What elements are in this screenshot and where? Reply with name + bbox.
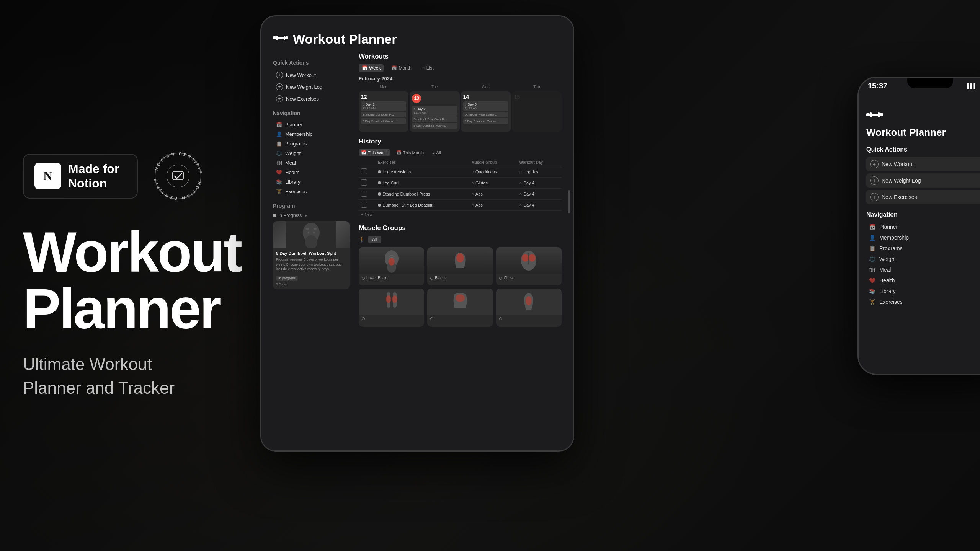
workouts-section: Workouts 📅 Week 📅 Month (359, 53, 562, 132)
shoulders-dot (430, 317, 433, 320)
phone-sidebar-item-library[interactable]: 📚 Library (866, 286, 980, 296)
programs-label: Programs (285, 141, 307, 147)
svg-point-24 (386, 295, 391, 303)
phone-dumbbell-icon (866, 108, 980, 124)
program-status-badge: In progress (276, 276, 298, 281)
meal-label: Meal (285, 160, 296, 166)
filter-all-button[interactable]: All (368, 236, 381, 243)
exercise-name: Leg Curl (376, 178, 469, 189)
scroll-indicator (568, 190, 570, 213)
phone-library-icon: 📚 (869, 288, 875, 294)
program-card-image (273, 221, 350, 248)
phone-navigation-section: Navigation 📅 Planner 👤 Membership 📋 Prog… (866, 211, 980, 307)
notion-icon: N (34, 163, 61, 189)
cal-event-5day-2: 5 Day Dumbbell Worko... (412, 123, 457, 129)
history-tab-month[interactable]: 📅 This Month (394, 149, 426, 156)
program-card-title: 5 Day Dumbbell Workout Split (276, 251, 346, 256)
history-table: Exercises Muscle Group Workout Day Leg e… (359, 159, 562, 211)
add-row-button[interactable]: + New (359, 211, 562, 218)
muscle-card-chest[interactable]: Chest (496, 247, 562, 285)
navigation-label: Navigation (273, 110, 350, 116)
svg-point-19 (522, 254, 529, 262)
person-icon: 🚶 (359, 236, 365, 243)
sidebar-item-library[interactable]: 📚 Library (273, 178, 350, 186)
phone-action-new-workout[interactable]: + New Workout (866, 157, 980, 171)
sidebar-item-health[interactable]: ❤️ Health (273, 168, 350, 177)
phone-notch (907, 78, 953, 88)
biceps-dot (430, 277, 433, 280)
calendar-icon: 📅 (362, 65, 368, 71)
program-section: Program In Progress ▼ (273, 203, 350, 289)
table-row: Standing Dumbbell Press ○Abs ○Day 4 (359, 189, 562, 200)
day-13-num: 13 (412, 94, 421, 103)
history-title: History (359, 138, 562, 145)
phone-sidebar-item-membership[interactable]: 👤 Membership (866, 233, 980, 243)
phone-sidebar-item-weight[interactable]: ⚖️ Weight (866, 254, 980, 264)
certified-checkmark (167, 165, 189, 187)
sidebar-item-planner[interactable]: 📅 Planner (273, 120, 350, 129)
col-muscle: Muscle Group (469, 159, 517, 166)
hero-title: Workout Planner (23, 224, 237, 337)
muscle-card-shoulders[interactable] (427, 289, 493, 327)
program-card[interactable]: 5 Day Dumbbell Workout Split Program req… (273, 221, 350, 289)
cal-day-empty: 15 (512, 91, 562, 132)
check-cell[interactable] (359, 166, 376, 178)
tab-list[interactable]: ≡ List (419, 64, 437, 72)
check-cell[interactable] (359, 178, 376, 189)
new-workout-label: New Workout (286, 72, 316, 78)
phone-sidebar-item-programs[interactable]: 📋 Programs (866, 243, 980, 253)
tablet-dumbbell-icon (273, 33, 288, 46)
phone-sidebar-item-exercises[interactable]: 🏋 Exercises (866, 297, 980, 307)
program-days: 5 Days (276, 282, 346, 286)
col-workout-day: Workout Day (517, 159, 562, 166)
phone-new-exercises-label: New Exercises (882, 194, 917, 200)
cal-day-12[interactable]: 12 ○ Day 1 11:13 AM Standing Dumbbell Pr… (359, 91, 408, 132)
tablet-screen: Workout Planner Quick Actions + New Work… (261, 16, 573, 450)
cal-day-14[interactable]: 14 ○ Day 3 11:17 AM Dumbbell Rear Lunge.… (461, 91, 511, 132)
notion-badge-box: N Made for Notion (23, 154, 138, 199)
sidebar-item-programs[interactable]: 📋 Programs (273, 139, 350, 148)
shoulders-label (427, 315, 493, 322)
signal-icon: ▌▌▌ (967, 83, 977, 89)
tab-week[interactable]: 📅 Week (359, 64, 384, 72)
col-check (359, 159, 376, 166)
svg-rect-5 (173, 171, 183, 180)
quick-action-new-exercises[interactable]: + New Exercises (273, 93, 350, 104)
muscle-card-lower-back[interactable]: Lower Back (359, 247, 424, 285)
history-tab-week[interactable]: 📅 This Week (359, 149, 390, 156)
history-tabs: 📅 This Week 📅 This Month ≡ All (359, 149, 562, 156)
phone-weight-icon: ⚖️ (869, 256, 875, 262)
check-cell[interactable] (359, 200, 376, 211)
muscle-groups-title: Muscle Groups (359, 224, 562, 232)
phone-meal-label: Meal (879, 267, 891, 273)
sidebar-item-meal[interactable]: 🍽 Meal (273, 158, 350, 167)
sidebar-item-weight[interactable]: ⚖️ Weight (273, 149, 350, 158)
quick-action-new-workout[interactable]: + New Workout (273, 70, 350, 80)
sidebar-item-membership[interactable]: 👤 Membership (273, 130, 350, 139)
phone-exercises-icon: 🏋 (869, 299, 875, 305)
exercises-label: Exercises (285, 189, 307, 194)
main-container: N Made for Notion NOTION CERTIFIED (0, 0, 980, 551)
muscle-card-triceps[interactable] (496, 289, 562, 327)
phone-sidebar-item-planner[interactable]: 📅 Planner (866, 222, 980, 232)
month-icon: 📅 (391, 65, 397, 71)
lower-back-label: Lower Back (359, 274, 424, 282)
check-cell[interactable] (359, 189, 376, 200)
muscle-card-biceps[interactable]: Biceps (427, 247, 493, 285)
muscle-card-legs[interactable] (359, 289, 424, 327)
cal-day-13[interactable]: 13 ○ Day 2 11:54 AM Dumbbell Bent Over R… (410, 91, 459, 132)
phone-action-new-weight-log[interactable]: + New Weight Log (866, 173, 980, 188)
legs-dot (362, 317, 365, 320)
phone-sidebar-item-health[interactable]: ❤️ Health (866, 276, 980, 285)
phone-sidebar-item-meal[interactable]: 🍽 Meal (866, 265, 980, 275)
cal-header-mon: Mon (359, 84, 408, 90)
history-tab-all[interactable]: ≡ All (430, 149, 443, 156)
phone-action-new-exercises[interactable]: + New Exercises (866, 190, 980, 204)
tablet-title: Workout Planner (293, 32, 397, 47)
in-progress-dot (273, 214, 276, 217)
sidebar-item-exercises[interactable]: 🏋 Exercises (273, 187, 350, 196)
planner-icon: 📅 (276, 122, 282, 127)
quick-action-new-weight-log[interactable]: + New Weight Log (273, 82, 350, 92)
tab-month[interactable]: 📅 Month (388, 64, 414, 72)
library-label: Library (285, 179, 301, 185)
